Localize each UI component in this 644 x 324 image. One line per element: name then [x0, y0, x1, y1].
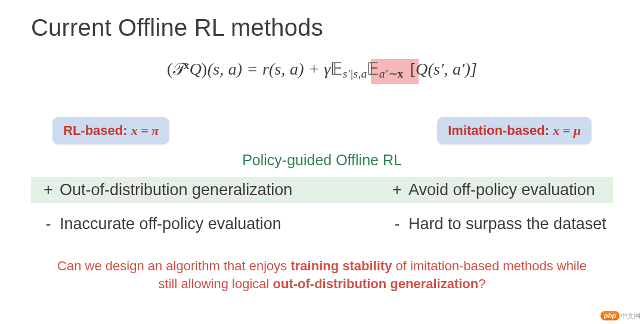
- eq-expect-1: 𝔼: [330, 60, 342, 78]
- cons-right-cell: - Hard to surpass the dataset: [386, 215, 613, 233]
- method-pills: RL-based: x = π Imitation-based: x = μ: [31, 117, 613, 144]
- research-question: Can we design an algorithm that enjoys t…: [31, 257, 613, 292]
- eq-sup: x: [184, 59, 190, 72]
- pill-left-label: RL-based:: [63, 123, 131, 138]
- slide-title: Current Offline RL methods: [31, 14, 613, 41]
- site-watermark: php 中文网: [600, 311, 640, 320]
- pill-right-label: Imitation-based:: [448, 123, 553, 138]
- minus-icon: -: [37, 215, 60, 233]
- q-bold-2: out-of-distribution generalization: [273, 276, 479, 291]
- equation-block: (𝒯xQ)(s, a) = r(s, a) + γ𝔼s′|s,a𝔼a′∼x [Q…: [31, 59, 613, 92]
- eq-bracket-open: [: [405, 60, 416, 78]
- pros-right-text: Avoid off-policy evaluation: [408, 181, 595, 199]
- pros-left-cell: + Out-of-distribution generalization: [31, 181, 386, 199]
- eq-expect-2: 𝔼: [367, 60, 379, 78]
- q-pre: Can we design an algorithm that enjoys: [57, 258, 290, 273]
- php-logo-icon: php: [600, 311, 620, 320]
- eq-args1: (s, a) = r(s, a) + γ: [208, 60, 331, 78]
- pros-row: + Out-of-distribution generalization + A…: [31, 177, 613, 203]
- minus-icon: -: [386, 215, 408, 233]
- pros-left-text: Out-of-distribution generalization: [60, 181, 292, 199]
- cons-right-text: Hard to surpass the dataset: [408, 215, 606, 233]
- bellman-equation: (𝒯xQ)(s, a) = r(s, a) + γ𝔼s′|s,a𝔼a′∼x [Q…: [167, 60, 477, 78]
- pill-left-var: x = π: [131, 123, 159, 138]
- plus-icon: +: [37, 181, 60, 199]
- eq-rparen: ): [202, 60, 208, 78]
- pill-right-var: x = μ: [553, 123, 581, 138]
- plus-icon: +: [386, 181, 408, 199]
- cons-left-cell: - Inaccurate off-policy evaluation: [31, 215, 386, 233]
- cons-row: - Inaccurate off-policy evaluation - Har…: [31, 211, 613, 237]
- pros-right-cell: + Avoid off-policy evaluation: [386, 181, 613, 199]
- eq-q2: Q: [416, 60, 428, 78]
- eq-sub2a: a′∼: [379, 67, 398, 80]
- pros-cons: + Out-of-distribution generalization + A…: [31, 177, 613, 237]
- pill-imitation-based: Imitation-based: x = μ: [437, 117, 592, 144]
- eq-args2: (s′, a′)]: [428, 60, 478, 78]
- eq-sub2b: x: [397, 67, 403, 80]
- subtitle: Policy-guided Offline RL: [31, 152, 613, 169]
- pill-rl-based: RL-based: x = π: [52, 117, 169, 144]
- cons-left-text: Inaccurate off-policy evaluation: [60, 215, 281, 233]
- q-bold-1: training stability: [290, 258, 392, 273]
- eq-operator: 𝒯: [172, 60, 183, 78]
- q-post: ?: [478, 276, 485, 291]
- eq-q1: Q: [190, 60, 202, 78]
- eq-sub1: s′|s,a: [343, 67, 367, 80]
- watermark-text: 中文网: [621, 311, 640, 320]
- slide: Current Offline RL methods (𝒯xQ)(s, a) =…: [0, 0, 644, 324]
